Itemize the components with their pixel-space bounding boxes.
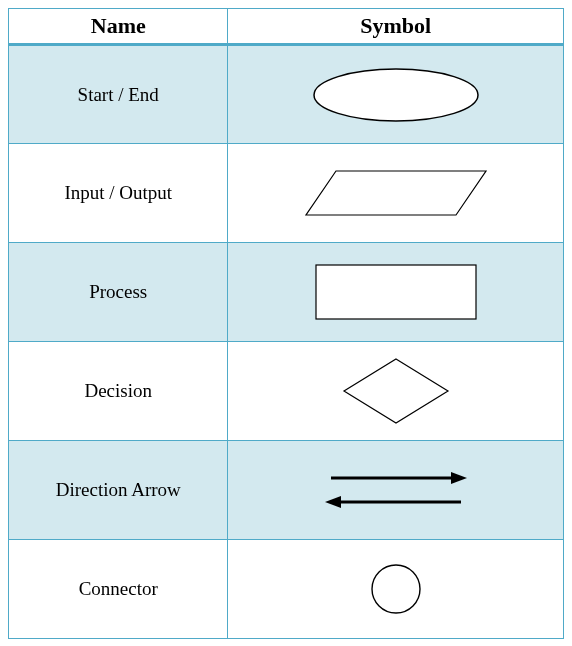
svg-rect-2	[316, 265, 476, 319]
flowchart-symbols-table: Name Symbol Start / End Input / Output	[8, 8, 564, 639]
direction-arrows-icon	[229, 442, 562, 538]
connector-circle-icon	[229, 541, 562, 637]
col-header-name: Name	[9, 9, 228, 45]
svg-marker-1	[306, 171, 486, 215]
table-row: Input / Output	[9, 144, 564, 243]
svg-point-0	[314, 69, 478, 121]
svg-point-8	[372, 565, 420, 613]
symbol-name: Connector	[9, 540, 228, 639]
symbol-name: Input / Output	[9, 144, 228, 243]
terminator-icon	[229, 47, 562, 142]
table-row: Decision	[9, 342, 564, 441]
table-row: Connector	[9, 540, 564, 639]
svg-marker-5	[451, 472, 467, 484]
table-row: Process	[9, 243, 564, 342]
symbol-name: Start / End	[9, 45, 228, 144]
symbol-name: Decision	[9, 342, 228, 441]
table-row: Direction Arrow	[9, 441, 564, 540]
symbol-name: Direction Arrow	[9, 441, 228, 540]
symbol-name: Process	[9, 243, 228, 342]
svg-marker-7	[325, 496, 341, 508]
table-row: Start / End	[9, 45, 564, 144]
process-rect-icon	[229, 244, 562, 340]
col-header-symbol: Symbol	[228, 9, 564, 45]
decision-diamond-icon	[229, 343, 562, 439]
io-parallelogram-icon	[229, 145, 562, 241]
svg-marker-3	[344, 359, 448, 423]
